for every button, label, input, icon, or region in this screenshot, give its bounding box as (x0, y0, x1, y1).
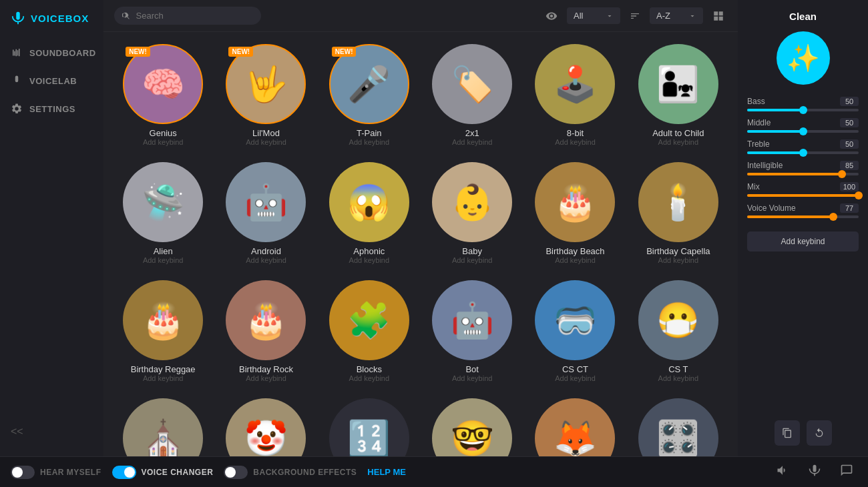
voice-grid: NEW! 🧠 Genius Add keybind NEW! 🤟 Lil'Mod… (114, 39, 727, 456)
voice-emoji: 🔢 (347, 421, 391, 456)
voice-item-birthday-reggae[interactable]: 🎂 Birthday Reggae Add keybind (114, 275, 212, 388)
slider-label-bass: Bass (747, 97, 765, 106)
slider-thumb-mix[interactable] (855, 191, 863, 199)
filter-dropdown[interactable]: All (567, 7, 620, 24)
slider-label-middle: Middle (747, 118, 771, 127)
voice-item-fox[interactable]: 🦊 Fox Add keybind (526, 393, 624, 456)
sidebar-item-settings[interactable]: SETTINGS (0, 95, 103, 123)
voice-item-baby[interactable]: 👶 Baby Add keybind (423, 157, 521, 270)
voice-item-birthday-capella[interactable]: 🕯️ Birthday Capella Add keybind (630, 157, 727, 270)
voice-item-church[interactable]: ⛪ Church Add keybind (114, 393, 212, 456)
voice-emoji: 🦊 (554, 421, 597, 456)
voice-add-keybind[interactable]: Add keybind (555, 374, 596, 382)
voice-add-keybind[interactable]: Add keybind (452, 374, 493, 382)
voice-add-keybind[interactable]: Add keybind (349, 138, 390, 146)
voice-add-keybind[interactable]: Add keybind (143, 374, 184, 382)
voice-name: Adult to Child (652, 128, 704, 138)
voice-emoji: 🎂 (142, 303, 185, 338)
slider-track-voice-volume[interactable] (747, 215, 859, 218)
voice-avatar: 🎂 (123, 280, 203, 360)
voice-item-csct[interactable]: 🥽 CS CT Add keybind (526, 275, 624, 388)
slider-thumb-bass[interactable] (799, 106, 807, 114)
voice-add-keybind[interactable]: Add keybind (658, 374, 699, 382)
sort-dropdown[interactable]: A-Z (650, 7, 703, 24)
help-button[interactable]: HELP ME (367, 467, 406, 477)
voice-add-keybind[interactable]: Add keybind (555, 256, 596, 264)
voice-item-alien[interactable]: 🛸 Alien Add keybind (114, 157, 212, 270)
voice-item-birthday-beach[interactable]: 🎂 Birthday Beach Add keybind (526, 157, 624, 270)
toolbar: All A-Z (103, 0, 738, 32)
new-badge: NEW! (332, 47, 357, 57)
sort-icon-button[interactable] (627, 8, 643, 24)
voice-avatar: 🤖 (432, 280, 512, 360)
chat-icon-button[interactable] (836, 462, 857, 482)
voice-add-keybind[interactable]: Add keybind (349, 374, 390, 382)
voice-name: Birthday Capella (646, 246, 710, 256)
hear-myself-toggle[interactable] (11, 466, 35, 479)
voice-item-tpain[interactable]: NEW! 🎤 T-Pain Add keybind (320, 39, 418, 151)
voice-add-keybind[interactable]: Add keybind (452, 138, 493, 146)
slider-track-treble[interactable] (747, 151, 859, 154)
slider-thumb-middle[interactable] (799, 127, 807, 135)
svg-point-0 (16, 76, 18, 78)
slider-fill-voice-volume (747, 215, 833, 218)
voice-item-8bit[interactable]: 🕹️ 8-bit Add keybind (526, 39, 624, 151)
voice-add-keybind[interactable]: Add keybind (143, 256, 184, 264)
voice-item-clown[interactable]: 🤡 Clown Add keybind (217, 393, 314, 456)
voice-item-genius[interactable]: NEW! 🧠 Genius Add keybind (114, 39, 212, 151)
voice-item-cst[interactable]: 😷 CS T Add keybind (630, 275, 727, 388)
slider-track-mix[interactable] (747, 194, 859, 197)
slider-track-bass[interactable] (747, 109, 859, 111)
voice-item-dial[interactable]: 🎛️ Dial Add keybind (630, 393, 727, 456)
search-input[interactable] (136, 11, 253, 21)
voice-item-bot[interactable]: 🤖 Bot Add keybind (423, 275, 521, 388)
voice-item-adult-child[interactable]: 👨‍👧 Adult to Child Add keybind (630, 39, 727, 151)
voice-emoji: 🎂 (244, 303, 288, 338)
slider-row-treble: Treble 50 (747, 139, 859, 154)
slider-track-intelligible[interactable] (747, 173, 859, 175)
panel-add-keybind-button[interactable]: Add keybind (747, 231, 859, 252)
soundboard-label: SOUNDBOARD (29, 48, 96, 58)
voice-add-keybind[interactable]: Add keybind (246, 138, 286, 146)
search-box[interactable] (114, 7, 261, 25)
voice-changer-toggle[interactable] (112, 466, 136, 479)
voice-item-blocks[interactable]: 🧩 Blocks Add keybind (320, 275, 418, 388)
chat-icon (840, 464, 853, 477)
copy-button[interactable] (775, 420, 800, 446)
voice-add-keybind[interactable]: Add keybind (452, 256, 493, 264)
voice-add-keybind[interactable]: Add keybind (349, 256, 390, 264)
mic-button[interactable] (804, 462, 825, 482)
voice-item-nerd[interactable]: 🤓 Nerd Add keybind (423, 393, 521, 456)
voice-add-keybind[interactable]: Add keybind (658, 256, 699, 264)
voice-emoji: 😷 (656, 303, 700, 338)
slider-fill-bass (747, 109, 803, 111)
right-panel: Clean ✨ Bass 50 Middle 50 Tre (738, 0, 868, 456)
voice-item-android[interactable]: 🤖 Android Add keybind (217, 157, 314, 270)
grid-icon-button[interactable] (710, 7, 727, 25)
bg-effects-toggle[interactable] (224, 466, 248, 479)
mic-logo-icon (11, 11, 25, 25)
eye-icon (546, 10, 558, 22)
sidebar-item-voicelab[interactable]: VOICELAB (0, 67, 103, 95)
voice-name: 8-bit (567, 128, 584, 138)
voice-add-keybind[interactable]: Add keybind (555, 138, 596, 146)
eye-icon-button[interactable] (543, 7, 560, 25)
voice-add-keybind[interactable]: Add keybind (246, 256, 286, 264)
slider-thumb-treble[interactable] (799, 149, 807, 157)
sidebar-collapse-button[interactable]: << (0, 418, 103, 446)
voice-item-aphonic[interactable]: 😱 Aphonic Add keybind (320, 157, 418, 270)
voice-add-keybind[interactable]: Add keybind (143, 138, 184, 146)
voice-item-calculator[interactable]: 🔢 Calculator Add keybind (320, 393, 418, 456)
volume-icon-button[interactable] (772, 462, 793, 482)
voice-item-birthday-rock[interactable]: 🎂 Birthday Rock Add keybind (217, 275, 314, 388)
voice-item-lilmod[interactable]: NEW! 🤟 Lil'Mod Add keybind (217, 39, 314, 151)
voice-add-keybind[interactable]: Add keybind (658, 138, 699, 146)
slider-thumb-voice-volume[interactable] (829, 213, 837, 221)
reset-button[interactable] (807, 420, 832, 446)
slider-thumb-intelligible[interactable] (838, 170, 846, 178)
voice-add-keybind[interactable]: Add keybind (246, 374, 286, 382)
sidebar-item-soundboard[interactable]: SOUNDBOARD (0, 39, 103, 67)
slider-track-middle[interactable] (747, 130, 859, 133)
voice-item-2x1[interactable]: 🏷️ 2x1 Add keybind (423, 39, 521, 151)
voice-emoji: 🥽 (554, 303, 597, 338)
